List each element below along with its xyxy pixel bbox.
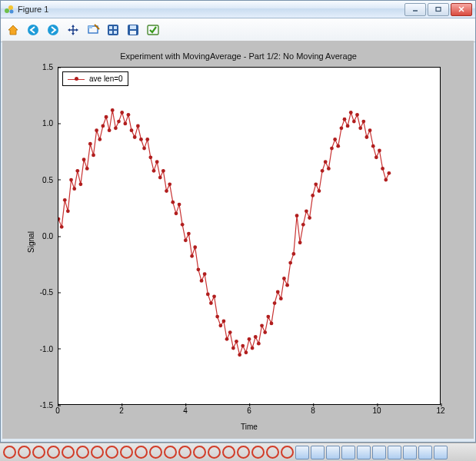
svg-point-120: [378, 149, 381, 153]
legend-swatch: [68, 75, 85, 83]
svg-point-122: [384, 178, 388, 182]
svg-point-0: [5, 8, 9, 13]
svg-point-54: [168, 182, 171, 186]
taskbar-item[interactable]: [164, 446, 177, 459]
taskbar-item[interactable]: [281, 446, 294, 459]
svg-point-61: [190, 254, 194, 258]
taskbar-item[interactable]: [62, 446, 75, 459]
taskbar[interactable]: [0, 443, 476, 461]
svg-point-98: [308, 216, 311, 220]
svg-point-96: [301, 223, 305, 227]
svg-point-99: [311, 194, 315, 197]
taskbar-item[interactable]: [193, 446, 206, 459]
taskbar-item[interactable]: [18, 446, 31, 459]
taskbar-item[interactable]: [178, 446, 191, 459]
taskbar-item[interactable]: [403, 446, 417, 459]
legend: ave len=0: [62, 71, 128, 86]
svg-point-64: [200, 279, 204, 283]
taskbar-item[interactable]: [357, 446, 371, 459]
svg-rect-11: [109, 26, 112, 29]
svg-point-109: [343, 118, 347, 121]
svg-point-111: [349, 111, 353, 114]
svg-point-72: [225, 337, 229, 341]
svg-point-74: [231, 347, 235, 350]
svg-point-21: [63, 198, 67, 202]
plot-title: Experiment with MovingAverage - Part 1/2…: [10, 51, 467, 61]
figure-canvas[interactable]: Experiment with MovingAverage - Part 1/2…: [2, 41, 474, 439]
svg-point-73: [228, 330, 232, 334]
taskbar-item[interactable]: [388, 446, 401, 459]
svg-point-91: [285, 284, 289, 287]
taskbar-item[interactable]: [3, 446, 16, 459]
y-tick: -1.0: [40, 344, 56, 353]
home-icon[interactable]: [5, 22, 21, 38]
pan-icon[interactable]: [65, 22, 81, 38]
svg-point-86: [270, 321, 274, 325]
taskbar-item[interactable]: [105, 446, 118, 459]
svg-point-75: [235, 340, 238, 343]
svg-point-102: [321, 169, 325, 173]
svg-point-65: [203, 272, 207, 276]
svg-point-30: [92, 153, 95, 157]
forward-icon[interactable]: [45, 22, 61, 38]
svg-point-81: [254, 335, 258, 339]
taskbar-item[interactable]: [222, 446, 235, 459]
svg-point-63: [196, 267, 200, 271]
svg-point-101: [318, 189, 321, 193]
svg-point-26: [78, 182, 82, 186]
taskbar-item[interactable]: [266, 446, 279, 459]
taskbar-item[interactable]: [434, 446, 448, 459]
taskbar-item[interactable]: [149, 446, 162, 459]
taskbar-item[interactable]: [237, 446, 250, 459]
check-icon[interactable]: [145, 22, 161, 38]
taskbar-item[interactable]: [418, 446, 432, 459]
svg-point-27: [82, 158, 86, 161]
svg-point-45: [139, 138, 143, 141]
svg-point-117: [368, 128, 372, 132]
svg-point-40: [123, 122, 127, 126]
x-tick: 6: [247, 406, 251, 415]
taskbar-item[interactable]: [91, 446, 104, 459]
close-button[interactable]: [451, 3, 472, 16]
taskbar-item[interactable]: [135, 446, 148, 459]
svg-point-24: [72, 187, 76, 191]
svg-point-82: [257, 342, 261, 346]
back-icon[interactable]: [25, 22, 41, 38]
svg-point-106: [333, 138, 337, 141]
taskbar-item[interactable]: [295, 446, 309, 459]
taskbar-item[interactable]: [326, 446, 340, 459]
titlebar[interactable]: Figure 1: [1, 1, 475, 18]
y-axis-label: Signal: [27, 231, 35, 253]
svg-point-57: [178, 203, 181, 207]
svg-point-2: [10, 10, 14, 14]
svg-point-78: [245, 350, 248, 354]
window-buttons: [404, 3, 472, 16]
subplots-icon[interactable]: [105, 22, 121, 38]
minimize-button[interactable]: [404, 3, 426, 16]
taskbar-item[interactable]: [208, 446, 221, 459]
taskbar-item[interactable]: [32, 446, 45, 459]
taskbar-item[interactable]: [311, 446, 325, 459]
svg-point-58: [181, 223, 185, 227]
taskbar-item[interactable]: [372, 446, 386, 459]
figure-window: Figure 1: [0, 0, 476, 443]
taskbar-item[interactable]: [341, 446, 355, 459]
svg-point-76: [238, 353, 241, 357]
taskbar-item[interactable]: [47, 446, 60, 459]
save-icon[interactable]: [125, 22, 141, 38]
svg-point-33: [101, 124, 105, 128]
zoom-icon[interactable]: [85, 22, 101, 38]
svg-point-59: [184, 238, 188, 242]
svg-rect-14: [114, 31, 117, 34]
y-tick: 1.0: [42, 119, 56, 128]
svg-point-42: [130, 128, 134, 132]
maximize-button[interactable]: [428, 3, 449, 16]
taskbar-item[interactable]: [120, 446, 133, 459]
svg-point-29: [88, 142, 92, 146]
svg-point-112: [352, 120, 356, 124]
taskbar-item[interactable]: [251, 446, 265, 459]
svg-point-123: [387, 171, 391, 175]
x-tick: 10: [372, 406, 381, 415]
svg-point-68: [212, 294, 216, 298]
taskbar-item[interactable]: [76, 446, 89, 459]
